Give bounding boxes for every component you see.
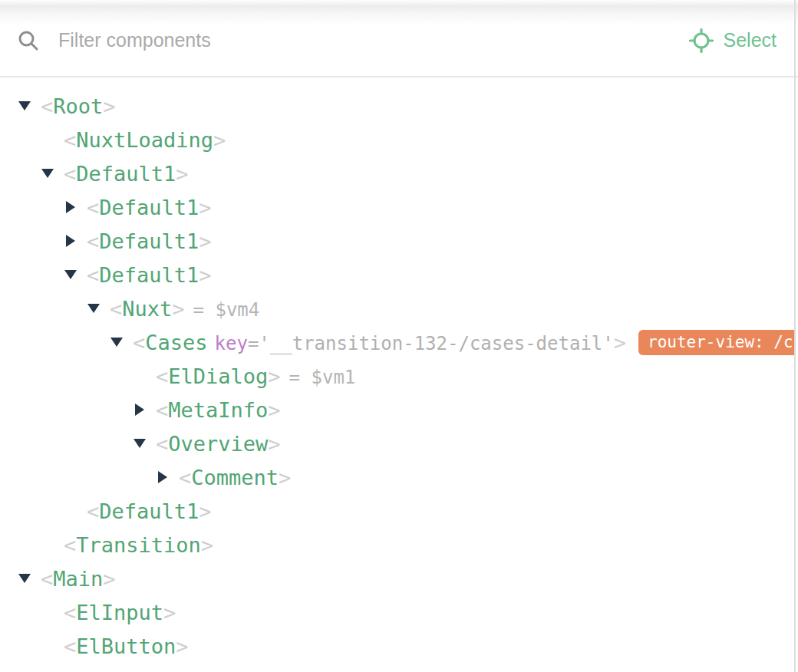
component-tag: <Comment> bbox=[179, 466, 291, 489]
collapse-toggle-icon[interactable] bbox=[18, 574, 31, 583]
component-name: Main bbox=[53, 567, 103, 591]
tree-row-nuxt[interactable]: <Nuxt>= $vm4 bbox=[0, 292, 795, 325]
component-tag: <Nuxt>= $vm4 bbox=[110, 297, 259, 321]
tag-open-bracket: < bbox=[64, 162, 76, 186]
tag-close-bracket: > bbox=[279, 466, 291, 489]
tag-close-bracket: > bbox=[213, 128, 226, 152]
tag-open-bracket: < bbox=[41, 94, 53, 118]
tree-row-transition[interactable]: <Transition> bbox=[0, 528, 795, 562]
tag-open-bracket: < bbox=[110, 297, 122, 321]
attribute-value: ='__transition-132-/cases-detail' bbox=[248, 333, 614, 354]
component-name: Root bbox=[53, 94, 103, 118]
tag-open-bracket: < bbox=[179, 466, 191, 489]
tree-row-eldialog[interactable]: <ElDialog>= $vm1 bbox=[0, 359, 795, 393]
component-name: Nuxt bbox=[122, 297, 172, 321]
tag-open-bracket: < bbox=[64, 601, 76, 624]
tree-row-root[interactable]: <Root> bbox=[0, 89, 795, 123]
tag-open-bracket: < bbox=[87, 263, 99, 287]
tag-open-bracket: < bbox=[156, 432, 168, 456]
collapse-toggle-icon[interactable] bbox=[41, 169, 54, 178]
component-name: Default1 bbox=[99, 196, 199, 219]
component-tag: <Transition> bbox=[64, 533, 213, 557]
tree-row-default1[interactable]: <Default1> bbox=[0, 156, 795, 190]
component-filter-toolbar: Select bbox=[0, 0, 798, 77]
vm-reference: = $vm1 bbox=[289, 367, 356, 388]
collapse-toggle-icon[interactable] bbox=[64, 270, 77, 279]
tag-close-bracket: > bbox=[268, 364, 280, 388]
component-tag: <ElDialog>= $vm1 bbox=[156, 364, 355, 388]
component-name: ElButton bbox=[76, 634, 176, 658]
component-name: Default1 bbox=[76, 162, 176, 186]
tag-open-bracket: < bbox=[64, 533, 76, 557]
tree-row-default1[interactable]: <Default1> bbox=[0, 224, 795, 258]
tag-close-bracket: > bbox=[268, 432, 280, 456]
tag-open-bracket: < bbox=[133, 331, 145, 354]
component-name: Transition bbox=[76, 533, 201, 557]
tree-row-nuxtloading[interactable]: <NuxtLoading> bbox=[0, 123, 795, 156]
tag-close-bracket: > bbox=[199, 196, 211, 219]
tree-row-metainfo[interactable]: <MetaInfo> bbox=[0, 393, 795, 427]
component-tag: <Main> bbox=[41, 567, 116, 591]
component-name: Comment bbox=[191, 466, 279, 489]
tag-open-bracket: < bbox=[156, 398, 168, 422]
component-tag: <NuxtLoading> bbox=[64, 128, 226, 152]
tree-row-comment[interactable]: <Comment> bbox=[0, 460, 795, 494]
vue-devtools-component-panel: Select <Root><NuxtLoading><Default1><Def… bbox=[0, 0, 798, 672]
component-tag: <Default1> bbox=[87, 196, 212, 219]
component-name: Default1 bbox=[99, 229, 199, 253]
component-name: Default1 bbox=[99, 499, 199, 523]
tag-close-bracket: > bbox=[614, 331, 626, 354]
component-tag: <Default1> bbox=[64, 162, 189, 186]
tree-row-elinput[interactable]: <ElInput> bbox=[0, 595, 795, 629]
expand-toggle-icon[interactable] bbox=[66, 235, 75, 247]
tag-close-bracket: > bbox=[201, 533, 213, 557]
tag-close-bracket: > bbox=[176, 162, 188, 186]
tree-row-default1[interactable]: <Default1> bbox=[0, 258, 795, 292]
collapse-toggle-icon[interactable] bbox=[87, 304, 100, 313]
component-tag: <Root> bbox=[41, 94, 116, 118]
router-view-badge: router-view: /c bbox=[638, 330, 795, 355]
tag-close-bracket: > bbox=[199, 263, 211, 287]
component-tag: <Default1> bbox=[87, 263, 212, 287]
tag-close-bracket: > bbox=[103, 567, 115, 591]
tag-close-bracket: > bbox=[176, 634, 188, 658]
component-name: NuxtLoading bbox=[76, 128, 213, 152]
component-name: ElDialog bbox=[168, 364, 268, 388]
component-tag: <Default1> bbox=[87, 499, 212, 523]
search-icon bbox=[17, 29, 40, 52]
component-tag: <ElButton> bbox=[64, 634, 189, 658]
collapse-toggle-icon[interactable] bbox=[134, 439, 146, 448]
tag-open-bracket: < bbox=[156, 364, 168, 388]
component-name: MetaInfo bbox=[168, 398, 268, 422]
expand-toggle-icon[interactable] bbox=[158, 471, 167, 483]
tag-open-bracket: < bbox=[64, 634, 76, 658]
attribute-key: key bbox=[215, 333, 248, 354]
tree-row-default1[interactable]: <Default1> bbox=[0, 190, 795, 224]
tag-open-bracket: < bbox=[64, 128, 76, 152]
collapse-toggle-icon[interactable] bbox=[18, 101, 31, 110]
tree-row-elbutton[interactable]: <ElButton> bbox=[0, 629, 795, 663]
tag-close-bracket: > bbox=[172, 297, 184, 321]
crosshair-icon bbox=[689, 28, 714, 53]
component-name: Cases bbox=[145, 331, 207, 354]
tree-row-main[interactable]: <Main> bbox=[0, 562, 795, 595]
tag-open-bracket: < bbox=[41, 567, 53, 591]
tag-close-bracket: > bbox=[268, 398, 280, 422]
component-tag: <Default1> bbox=[87, 229, 212, 253]
tag-open-bracket: < bbox=[87, 229, 99, 253]
tag-close-bracket: > bbox=[103, 94, 115, 118]
tree-row-overview[interactable]: <Overview> bbox=[0, 427, 795, 460]
tree-row-default1[interactable]: <Default1> bbox=[0, 494, 795, 528]
vm-reference: = $vm4 bbox=[193, 299, 260, 321]
filter-components-input[interactable] bbox=[57, 28, 689, 52]
component-tag: <MetaInfo> bbox=[156, 398, 281, 422]
select-component-button[interactable]: Select bbox=[689, 28, 777, 53]
component-tree: <Root><NuxtLoading><Default1><Default1><… bbox=[0, 79, 795, 672]
tag-close-bracket: > bbox=[199, 229, 211, 253]
tree-row-cases[interactable]: <Caseskey='__transition-132-/cases-detai… bbox=[0, 325, 795, 359]
expand-toggle-icon[interactable] bbox=[135, 404, 144, 416]
collapse-toggle-icon[interactable] bbox=[110, 338, 123, 347]
pane-split-divider[interactable] bbox=[794, 0, 796, 672]
expand-toggle-icon[interactable] bbox=[66, 201, 75, 213]
component-tag: <ElInput> bbox=[64, 601, 176, 624]
